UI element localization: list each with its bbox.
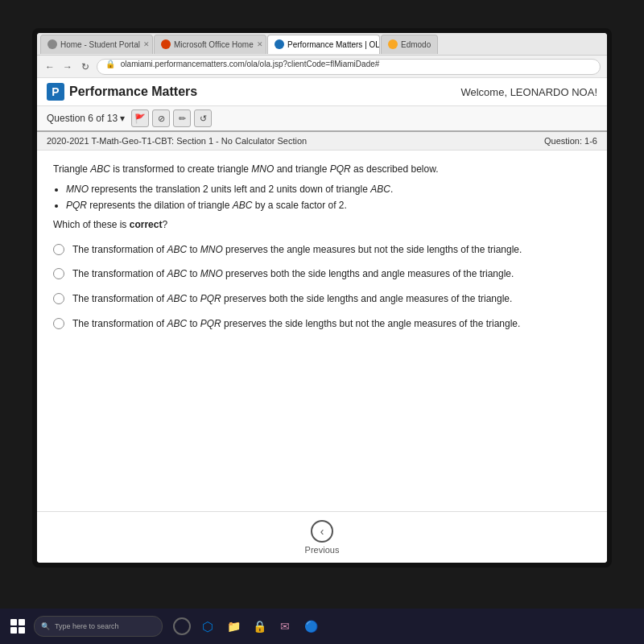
tab-edmodo[interactable]: Edmodo	[381, 35, 438, 54]
browser-tab-bar: Home - Student Portal ✕ Microsoft Office…	[37, 33, 607, 56]
radio-b[interactable]	[53, 268, 64, 279]
search-icon: 🔍	[41, 622, 50, 630]
previous-label: Previous	[305, 545, 340, 555]
radio-c[interactable]	[53, 293, 64, 304]
reload-button[interactable]: ↻	[79, 61, 92, 72]
tab-student-portal[interactable]: Home - Student Portal ✕	[40, 35, 153, 54]
tab-close-office[interactable]: ✕	[257, 40, 263, 48]
refresh-icon[interactable]: ↺	[194, 109, 212, 127]
tab-performance-matters[interactable]: Performance Matters | OLA ✕	[267, 35, 380, 54]
bullet-item-2: PQR represents the dilation of triangle …	[66, 199, 591, 213]
address-bar: ← → ↻ 🔒 olamiami.performancematters.com/…	[37, 56, 607, 78]
taskbar-icon-cortana[interactable]	[171, 615, 193, 638]
question-ref: Question: 1-6	[544, 136, 597, 146]
draw-icon[interactable]: ✏	[173, 109, 191, 127]
screen-bezel: Home - Student Portal ✕ Microsoft Office…	[32, 28, 612, 568]
option-text-c: The transformation of ABC to PQR preserv…	[72, 292, 512, 306]
previous-button[interactable]: ‹ Previous	[305, 520, 340, 555]
app-name: Performance Matters	[69, 85, 197, 99]
question-prompt: Which of these is correct?	[53, 219, 591, 230]
taskbar-icon-chrome[interactable]: 🔵	[299, 615, 322, 638]
laptop-frame: Home - Student Portal ✕ Microsoft Office…	[0, 0, 644, 644]
start-button[interactable]	[5, 613, 31, 639]
answer-option-a: The transformation of ABC to MNO preserv…	[53, 243, 591, 257]
answer-options: The transformation of ABC to MNO preserv…	[53, 243, 591, 331]
option-text-a: The transformation of ABC to MNO preserv…	[72, 243, 522, 257]
welcome-message: Welcome, LEONARDO NOA!	[460, 86, 597, 98]
taskbar-icon-lock[interactable]: 🔒	[248, 615, 270, 638]
tab-office[interactable]: Microsoft Office Home ✕	[154, 35, 266, 54]
windows-logo	[10, 619, 25, 634]
option-text-d: The transformation of ABC to PQR preserv…	[72, 317, 520, 331]
taskbar-icon-mail[interactable]: ✉	[274, 615, 296, 638]
tab-icon-student-portal	[47, 39, 57, 49]
question-body: Triangle ABC is transformed to create tr…	[37, 151, 607, 511]
address-input[interactable]: 🔒 olamiami.performancematters.com/ola/ol…	[97, 59, 601, 75]
question-stem: Triangle ABC is transformed to create tr…	[53, 162, 591, 176]
forward-button[interactable]: →	[61, 61, 74, 72]
answer-option-b: The transformation of ABC to MNO preserv…	[53, 267, 591, 281]
footer-nav: ‹ Previous	[37, 511, 607, 563]
radio-a[interactable]	[53, 244, 64, 255]
logo-icon: P	[47, 83, 64, 101]
tab-icon-office	[161, 39, 171, 49]
eliminate-icon[interactable]: ⊘	[152, 109, 170, 127]
app-header: P Performance Matters Welcome, LEONARDO …	[37, 78, 607, 106]
taskbar-icon-edge[interactable]: ⬡	[196, 615, 219, 638]
answer-option-d: The transformation of ABC to PQR preserv…	[53, 317, 591, 331]
bullet-list: MNO represents the translation 2 units l…	[66, 183, 591, 213]
app-content: P Performance Matters Welcome, LEONARDO …	[37, 78, 607, 563]
app-logo: P Performance Matters	[47, 83, 197, 101]
option-text-b: The transformation of ABC to MNO preserv…	[72, 267, 514, 281]
tab-close-student-portal[interactable]: ✕	[143, 40, 150, 48]
test-name: 2020-2021 T-Math-Geo-T1-CBT: Section 1 -…	[47, 136, 307, 146]
taskbar-icons: ⬡ 📁 🔒 ✉ 🔵	[171, 615, 322, 638]
taskbar: 🔍 Type here to search ⬡ 📁 🔒 ✉ 🔵	[0, 609, 644, 644]
back-button[interactable]: ←	[43, 61, 56, 72]
taskbar-icon-folder[interactable]: 📁	[222, 615, 245, 638]
tab-icon-performance-matters	[275, 39, 284, 49]
flag-icon[interactable]: 🚩	[131, 109, 149, 127]
search-bar[interactable]: 🔍 Type here to search	[34, 616, 163, 637]
question-counter[interactable]: Question 6 of 13 ▾	[47, 113, 125, 124]
browser-window: Home - Student Portal ✕ Microsoft Office…	[37, 33, 607, 563]
previous-icon: ‹	[311, 520, 333, 543]
toolbar-icons: 🚩 ⊘ ✏ ↺	[131, 109, 212, 127]
section-header: 2020-2021 T-Math-Geo-T1-CBT: Section 1 -…	[37, 132, 607, 151]
radio-d[interactable]	[53, 318, 64, 329]
tab-icon-edmodo	[388, 39, 398, 49]
question-toolbar: Question 6 of 13 ▾ 🚩 ⊘ ✏ ↺	[37, 106, 607, 132]
answer-option-c: The transformation of ABC to PQR preserv…	[53, 292, 591, 306]
bullet-item-1: MNO represents the translation 2 units l…	[66, 183, 591, 196]
cortana-circle	[173, 617, 191, 635]
search-placeholder: Type here to search	[55, 622, 119, 630]
